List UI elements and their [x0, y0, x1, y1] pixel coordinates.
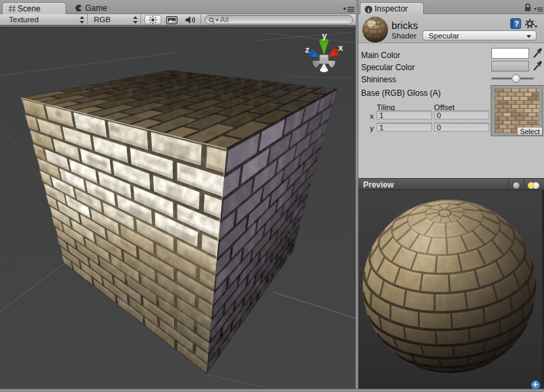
svg-text:z: z	[305, 45, 310, 55]
svg-text:?: ?	[514, 20, 519, 28]
svg-text:y: y	[322, 30, 327, 40]
svg-text:x: x	[338, 43, 344, 53]
